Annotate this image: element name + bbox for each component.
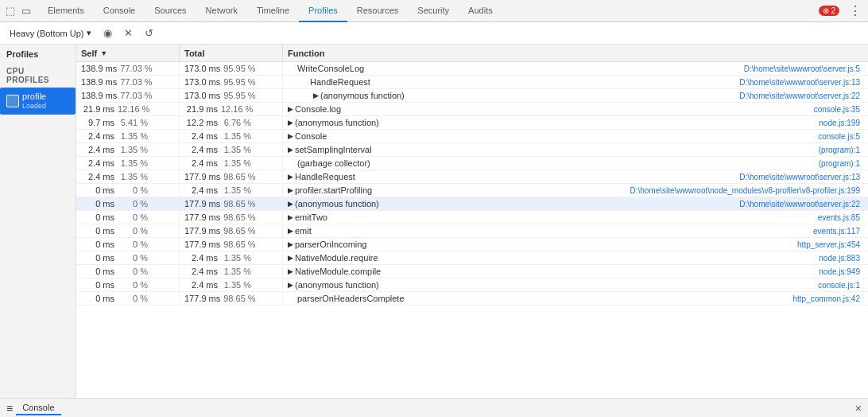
expand-arrow-icon[interactable]: ▶ xyxy=(288,254,293,262)
table-row[interactable]: 0 ms 0 % 177.9 ms 98.65 % ▶ parserOnInco… xyxy=(76,238,868,251)
file-link[interactable]: (program):1 xyxy=(819,146,863,154)
td-total: 177.9 ms 98.65 % xyxy=(180,292,283,305)
total-pct: 98.65 % xyxy=(223,212,255,222)
device-icon[interactable]: ▭ xyxy=(19,4,33,18)
total-ms: 2.4 ms xyxy=(184,280,218,290)
function-name: parserOnHeadersComplete xyxy=(297,294,405,303)
expand-arrow-icon[interactable]: ▶ xyxy=(288,267,293,275)
expand-arrow-icon[interactable]: ▶ xyxy=(288,132,293,140)
tab-console[interactable]: Console xyxy=(94,0,145,22)
error-badge[interactable]: ⊗ 2 xyxy=(819,6,839,16)
expand-arrow-icon[interactable]: ▶ xyxy=(288,173,293,181)
table-row[interactable]: 0 ms 0 % 2.4 ms 1.35 % ▶ (anonymous func… xyxy=(76,279,868,292)
expand-arrow-icon[interactable]: ▶ xyxy=(288,240,293,248)
top-toolbar: ⬚ ▭ Elements Console Sources Network Tim… xyxy=(0,0,868,22)
table-row[interactable]: 138.9 ms 77.03 % 173.0 ms 95.95 % WriteC… xyxy=(76,62,868,76)
table-row[interactable]: 2.4 ms 1.35 % 2.4 ms 1.35 % ▶ setSamplin… xyxy=(76,143,868,157)
dropdown-label: Heavy (Bottom Up) xyxy=(10,29,84,38)
menu-dots-icon[interactable]: ⋮ xyxy=(846,3,865,18)
eye-icon-btn[interactable]: ◉ xyxy=(99,25,117,42)
file-link[interactable]: D:\home\site\wwwroot\server.js:22 xyxy=(739,92,863,100)
expand-arrow-icon[interactable]: ▶ xyxy=(288,146,293,154)
table-row[interactable]: 2.4 ms 1.35 % 177.9 ms 98.65 % ▶ HandleR… xyxy=(76,170,868,184)
th-self[interactable]: Self ▼ xyxy=(76,45,180,61)
table-row[interactable]: 0 ms 0 % 177.9 ms 98.65 % ▶ emitTwo even… xyxy=(76,211,868,224)
tab-security[interactable]: Security xyxy=(408,0,459,22)
console-tab[interactable]: Console xyxy=(16,401,60,415)
table-row[interactable]: 0 ms 0 % 2.4 ms 1.35 % ▶ NativeModule.co… xyxy=(76,265,868,279)
table-row[interactable]: 21.9 ms 12.16 % 21.9 ms 12.16 % ▶ Consol… xyxy=(76,103,868,116)
file-link[interactable]: events.js:85 xyxy=(818,213,863,222)
total-ms: 177.9 ms xyxy=(184,212,220,222)
file-link[interactable]: events.js:117 xyxy=(813,227,863,236)
tab-network[interactable]: Network xyxy=(196,0,247,22)
function-name: NativeModule.require xyxy=(295,253,378,263)
self-ms: 0 ms xyxy=(81,240,114,249)
td-self: 138.9 ms 77.03 % xyxy=(76,62,180,75)
expand-arrow-icon[interactable]: ▶ xyxy=(288,200,293,208)
tab-audits[interactable]: Audits xyxy=(459,0,502,22)
tab-sources[interactable]: Sources xyxy=(145,0,196,22)
total-ms: 2.4 ms xyxy=(184,253,218,263)
file-link[interactable]: console.js:1 xyxy=(818,281,863,290)
file-link[interactable]: D:\home\site\wwwroot\server.js:13 xyxy=(739,173,863,181)
table-row[interactable]: 138.9 ms 77.03 % 173.0 ms 95.95 % Handle… xyxy=(76,76,868,89)
tab-profiles[interactable]: Profiles xyxy=(299,0,347,22)
expand-arrow-icon[interactable]: ▶ xyxy=(313,92,319,99)
expand-arrow-icon[interactable]: ▶ xyxy=(288,281,293,289)
file-link[interactable]: D:\home\site\wwwroot\server.js:5 xyxy=(744,64,863,73)
refresh-btn[interactable]: ↺ xyxy=(141,25,158,42)
expand-arrow-icon[interactable]: ▶ xyxy=(288,186,293,194)
file-link[interactable]: node.js:949 xyxy=(819,267,863,276)
table-row[interactable]: 0 ms 0 % 2.4 ms 1.35 % ▶ NativeModule.re… xyxy=(76,251,868,265)
td-self: 2.4 ms 1.35 % xyxy=(76,157,180,170)
file-link[interactable]: console.js:35 xyxy=(814,105,863,114)
table-row[interactable]: 9.7 ms 5.41 % 12.2 ms 6.76 % ▶ (anonymou… xyxy=(76,116,868,130)
table-row[interactable]: 0 ms 0 % 177.9 ms 98.65 % ▶ (anonymous f… xyxy=(76,197,868,211)
profile-type-dropdown[interactable]: Heavy (Bottom Up) ▾ xyxy=(5,26,96,40)
tab-elements[interactable]: Elements xyxy=(38,0,94,22)
function-name: parserOnIncoming xyxy=(295,240,367,249)
clear-btn[interactable]: ✕ xyxy=(120,25,138,42)
file-link[interactable]: http_server.js:454 xyxy=(797,240,863,249)
td-total: 2.4 ms 1.35 % xyxy=(180,265,283,278)
file-link[interactable]: D:\home\site\wwwroot\server.js:13 xyxy=(739,78,863,87)
tab-timeline[interactable]: Timeline xyxy=(247,0,299,22)
expand-arrow-icon[interactable]: ▶ xyxy=(288,105,293,113)
self-pct: 77.03 % xyxy=(120,91,152,100)
self-ms: 0 ms xyxy=(81,280,114,290)
table-row[interactable]: 138.9 ms 77.03 % 173.0 ms 95.95 % ▶ (ano… xyxy=(76,89,868,103)
td-function: ▶ Console.log console.js:35 xyxy=(283,103,868,115)
total-pct: 98.65 % xyxy=(223,294,255,303)
self-pct: 0 % xyxy=(118,185,148,195)
file-link[interactable]: (program):1 xyxy=(819,159,863,168)
tab-resources[interactable]: Resources xyxy=(347,0,409,22)
file-link[interactable]: node.js:883 xyxy=(819,254,863,263)
th-total[interactable]: Total xyxy=(180,45,283,61)
inspect-icon[interactable]: ⬚ xyxy=(3,4,17,18)
td-function: ▶ parserOnIncoming http_server.js:454 xyxy=(283,238,868,251)
file-link[interactable]: D:\home\site\wwwroot\node_modules\v8-pro… xyxy=(630,186,863,195)
self-pct: 0 % xyxy=(118,294,148,303)
self-pct: 5.41 % xyxy=(118,118,148,127)
th-function[interactable]: Function xyxy=(283,45,868,61)
file-link[interactable]: node.js:199 xyxy=(819,119,863,127)
close-devtools-icon[interactable]: × xyxy=(855,402,862,415)
td-total: 177.9 ms 98.65 % xyxy=(180,211,283,224)
expand-arrow-icon[interactable]: ▶ xyxy=(288,227,293,235)
table-row[interactable]: 2.4 ms 1.35 % 2.4 ms 1.35 % (garbage col… xyxy=(76,157,868,170)
expand-arrow-icon[interactable]: ▶ xyxy=(288,213,293,221)
file-link[interactable]: console.js:5 xyxy=(818,132,863,141)
sidebar-item-profile[interactable]: profile Loaded xyxy=(0,88,76,115)
expand-arrow-icon[interactable]: ▶ xyxy=(288,119,293,127)
td-self: 9.7 ms 5.41 % xyxy=(76,116,180,129)
file-link[interactable]: D:\home\site\wwwroot\server.js:22 xyxy=(739,200,863,208)
file-link[interactable]: http_common.js:42 xyxy=(793,294,864,303)
dropdown-arrow-icon: ▾ xyxy=(87,28,91,38)
table-row[interactable]: 0 ms 0 % 177.9 ms 98.65 % ▶ emit events.… xyxy=(76,224,868,238)
table-row[interactable]: 0 ms 0 % 177.9 ms 98.65 % parserOnHeader… xyxy=(76,292,868,306)
console-hamburger-icon[interactable]: ≡ xyxy=(6,402,13,415)
function-name: Console xyxy=(295,131,327,141)
table-row[interactable]: 0 ms 0 % 2.4 ms 1.35 % ▶ profiler.startP… xyxy=(76,184,868,197)
table-row[interactable]: 2.4 ms 1.35 % 2.4 ms 1.35 % ▶ Console co… xyxy=(76,130,868,143)
